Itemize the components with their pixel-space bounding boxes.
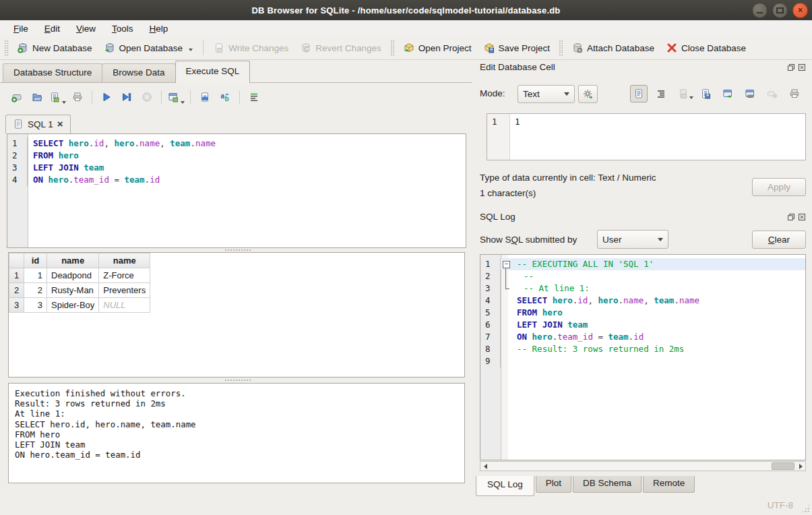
apply-button[interactable]: Apply	[752, 178, 806, 196]
print-cell-button[interactable]	[786, 85, 803, 102]
close-button[interactable]: ×	[792, 3, 808, 18]
text-mode-button[interactable]	[630, 85, 648, 102]
clear-button-label: Clear	[768, 235, 790, 245]
fold-margin	[501, 355, 511, 367]
open-project-button[interactable]: Open Project	[398, 40, 478, 56]
format-sql-button[interactable]: ab	[216, 88, 234, 106]
table-cell[interactable]: 3	[24, 298, 47, 313]
fold-margin[interactable]: −	[501, 258, 511, 270]
execution-message-box[interactable]: Execution finished without errors. Resul…	[8, 383, 465, 483]
print-button[interactable]	[69, 88, 86, 106]
menu-view[interactable]: View	[69, 22, 102, 35]
open-sql-file-button[interactable]	[28, 88, 46, 106]
mode-select[interactable]: Text	[518, 85, 575, 103]
fold-margin	[501, 282, 511, 295]
scroll-right-arrow[interactable]	[796, 462, 805, 471]
toolbar-separator	[203, 40, 204, 55]
table-cell[interactable]: Preventers	[99, 283, 150, 298]
dock-tab-remote[interactable]: Remote	[643, 476, 695, 493]
minimize-button[interactable]	[752, 3, 768, 18]
splitter-handle[interactable]	[224, 379, 251, 382]
table-cell[interactable]: Spider-Boy	[47, 298, 99, 313]
window-controls: ×	[752, 3, 808, 18]
row-header[interactable]: 1	[9, 268, 24, 283]
save-sql-file-button[interactable]	[49, 88, 66, 106]
close-panel-icon[interactable]	[798, 63, 806, 71]
new-sql-tab-button[interactable]	[8, 88, 26, 106]
toolbar-drag-handle[interactable]	[559, 40, 563, 56]
open-database-button[interactable]: Open Database	[98, 40, 199, 56]
sql-doc-tab[interactable]: SQL 1 ×	[5, 115, 71, 133]
find-button[interactable]	[196, 88, 214, 106]
cell-value-editor[interactable]: 1 1	[487, 113, 806, 160]
dropdown-caret-icon[interactable]	[189, 49, 193, 51]
menu-tools[interactable]: Tools	[105, 22, 140, 35]
dock-tab-db-schema[interactable]: DB Schema	[573, 476, 642, 493]
export-data-button[interactable]	[697, 85, 714, 102]
dock-tab-plot[interactable]: Plot	[536, 476, 571, 493]
menu-file[interactable]: File	[7, 22, 35, 35]
table-corner[interactable]	[9, 253, 24, 268]
toolbar-separator	[239, 90, 240, 104]
tab-browse-data[interactable]: Browse Data	[102, 63, 175, 83]
save-results-button[interactable]	[167, 88, 185, 106]
wrap-lines-button[interactable]	[652, 85, 670, 102]
tab-database-structure[interactable]: Database Structure	[3, 63, 102, 83]
table-row[interactable]: 11DeadpondZ-Force	[9, 268, 150, 283]
open-external-button[interactable]	[719, 85, 737, 102]
close-panel-icon[interactable]	[798, 213, 806, 221]
row-header[interactable]: 2	[9, 283, 24, 298]
dropdown-caret-icon[interactable]	[181, 101, 185, 104]
log-horizontal-scrollbar[interactable]	[480, 461, 806, 471]
close-tab-icon[interactable]: ×	[57, 121, 63, 127]
log-filter-select[interactable]: User	[597, 230, 668, 249]
link-data-button[interactable]	[741, 85, 759, 102]
menu-help[interactable]: Help	[143, 22, 175, 35]
table-cell[interactable]: 2	[24, 283, 47, 298]
scrollbar-track[interactable]	[490, 462, 796, 471]
execute-current-line-button[interactable]	[118, 88, 135, 106]
print-icon	[72, 92, 83, 103]
toolbar-drag-handle[interactable]	[390, 40, 395, 56]
column-header[interactable]: id	[24, 253, 47, 268]
maximize-button[interactable]	[772, 3, 788, 18]
table-cell[interactable]: 1	[24, 268, 47, 283]
table-row[interactable]: 33Spider-BoyNULL	[9, 298, 150, 313]
toolbar-separator	[161, 90, 162, 104]
dock-tab-sql-log[interactable]: SQL Log	[476, 476, 534, 496]
close-database-button[interactable]: Close Database	[660, 40, 752, 56]
dropdown-caret-icon[interactable]	[62, 101, 66, 104]
apply-mode-button[interactable]	[578, 85, 598, 103]
tab-execute-sql[interactable]: Execute SQL	[175, 61, 251, 83]
table-cell[interactable]: Rusty-Man	[47, 283, 99, 298]
scroll-left-arrow[interactable]	[480, 462, 490, 471]
sql-editor[interactable]: 1SELECT hero.id, hero.name, team.name2FR…	[7, 133, 466, 248]
results-grid[interactable]: idnamename11DeadpondZ-Force22Rusty-ManPr…	[8, 252, 465, 377]
execute-all-button[interactable]	[98, 88, 115, 106]
column-header[interactable]: name	[99, 253, 150, 268]
column-header[interactable]: name	[47, 253, 99, 268]
float-panel-icon[interactable]	[787, 63, 795, 71]
resize-grip[interactable]	[801, 504, 810, 513]
table-cell[interactable]: NULL	[99, 298, 150, 313]
new-database-button[interactable]: New Database	[11, 40, 98, 56]
menu-edit[interactable]: Edit	[38, 22, 67, 35]
toolbar-drag-handle[interactable]	[4, 40, 9, 56]
sql-log-view[interactable]: 1−-- EXECUTING ALL IN 'SQL 1'2--3-- At l…	[480, 254, 806, 460]
format-sql-icon: ab	[220, 92, 230, 103]
scrollbar-thumb[interactable]	[772, 462, 794, 470]
float-panel-icon[interactable]	[787, 213, 795, 221]
new-sql-tab-icon	[11, 92, 22, 103]
table-cell[interactable]: Z-Force	[99, 268, 150, 283]
row-header[interactable]: 3	[9, 298, 24, 313]
word-wrap-button[interactable]	[245, 88, 263, 106]
edit-cell-title: Edit Database Cell	[480, 62, 555, 72]
import-data-button	[675, 85, 692, 102]
save-project-button[interactable]: Save Project	[478, 40, 557, 56]
clear-log-button[interactable]: Clear	[752, 231, 806, 249]
table-cell[interactable]: Deadpond	[47, 268, 99, 283]
titlebar: DB Browser for SQLite - /home/user/code/…	[0, 0, 812, 21]
attach-database-button[interactable]: Attach Database	[566, 40, 660, 56]
table-row[interactable]: 22Rusty-ManPreventers	[9, 283, 150, 298]
cell-editor-toolbar	[623, 85, 803, 102]
